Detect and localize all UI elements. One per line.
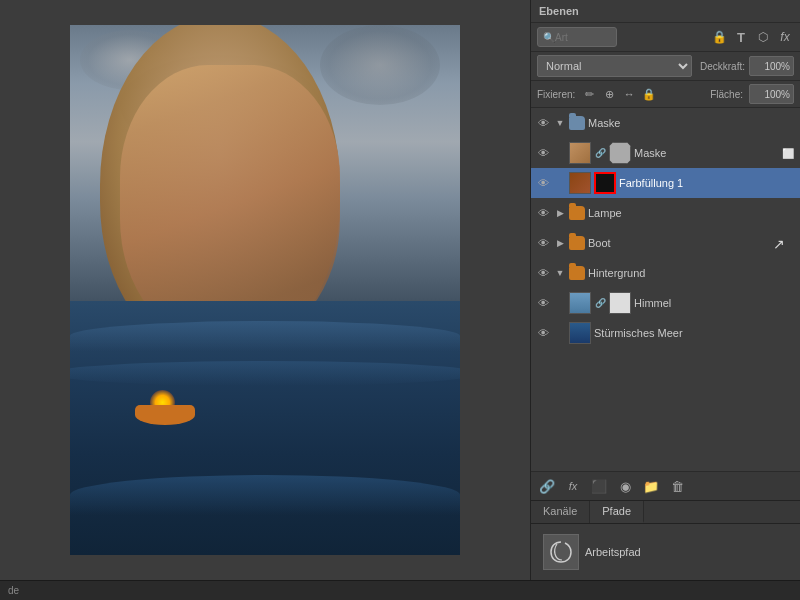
expand-maske-group[interactable]: ▼ [554,117,566,129]
folder-icon-lampe-group [569,206,585,220]
layer-thumb-himmel-white [609,292,631,314]
flache-input[interactable] [749,84,794,104]
footer-adjust-icon[interactable]: ◉ [615,476,635,496]
expand-lampe-group[interactable]: ▶ [554,207,566,219]
search-input[interactable] [555,32,595,43]
opacity-input[interactable] [749,56,794,76]
folder-icon-hintergrund-group [569,266,585,280]
layer-row-himmel[interactable]: 👁 🔗 Himmel [531,288,800,318]
layer-row-boot-group[interactable]: 👁 ▶ Boot ↗ [531,228,800,258]
main-layout: Ebenen 🔍 🔒 T ⬡ fx Normal Deckkraft: [0,0,800,580]
eye-icon-maske-layer[interactable]: 👁 [535,145,551,161]
cursor-indicator: ↗ [773,236,785,252]
layer-name-hintergrund-group: Hintergrund [588,267,796,279]
expand-hintergrund-group[interactable]: ▼ [554,267,566,279]
layer-name-boot-group: Boot [588,237,796,249]
fix-icon-2[interactable]: ⊕ [601,86,617,102]
footer-mask-icon[interactable]: ⬛ [589,476,609,496]
path-row-arbeitspfad[interactable]: Arbeitspfad [537,530,794,574]
eye-icon-himmel[interactable]: 👁 [535,295,551,311]
fix-icon-1[interactable]: ✏ [581,86,597,102]
layer-name-himmel: Himmel [634,297,796,309]
ocean-wave-2 [70,361,460,386]
blend-row: Normal Deckkraft: [531,52,800,81]
layer-name-lampe-group: Lampe [588,207,796,219]
eye-icon-farbfullung[interactable]: 👁 [535,175,551,191]
tab-kanale[interactable]: Kanäle [531,501,590,523]
eye-icon-hintergrund-group[interactable]: 👁 [535,265,551,281]
eye-icon-boot-group[interactable]: 👁 [535,235,551,251]
layer-thumb-himmel-sky [569,292,591,314]
expand-boot-group[interactable]: ▶ [554,237,566,249]
layer-row-lampe-group[interactable]: 👁 ▶ Lampe [531,198,800,228]
ocean-wave-1 [70,321,460,351]
layer-row-sturmisches-meer[interactable]: 👁 Stürmisches Meer [531,318,800,348]
ocean-wave-3 [70,475,460,515]
panel-footer: 🔗 fx ⬛ ◉ 📁 🗑 [531,471,800,500]
layer-name-farbfullung: Farbfüllung 1 [619,177,796,189]
layer-row-maske-group[interactable]: 👁 ▼ Maske [531,108,800,138]
folder-icon-boot-group [569,236,585,250]
blend-mode-select[interactable]: Normal [537,55,692,77]
bottom-bar: de [0,580,800,600]
cloud-2 [320,25,440,105]
search-icon: 🔍 [543,32,555,43]
canvas-boat [130,395,200,425]
eye-icon-lampe-group[interactable]: 👁 [535,205,551,221]
layers-list[interactable]: 👁 ▼ Maske 👁 🔗 Maske ⬜ 👁 F [531,108,800,471]
fix-icon-3[interactable]: ↔ [621,86,637,102]
boat-body [135,405,195,425]
layer-thumb-maske-face [569,142,591,164]
layer-row-maske-layer[interactable]: 👁 🔗 Maske ⬜ [531,138,800,168]
icon-fx[interactable]: fx [776,28,794,46]
canvas-image [70,25,460,555]
icon-shape[interactable]: ⬡ [754,28,772,46]
layer-row-farbfullung[interactable]: 👁 Farbfüllung 1 [531,168,800,198]
bottom-bar-text: de [8,585,19,596]
fix-label: Fixieren: [537,89,575,100]
layer-name-sturmisches-meer: Stürmisches Meer [594,327,796,339]
chain-himmel: 🔗 [594,297,606,309]
layer-thumb-farbfullung-brown [569,172,591,194]
chain-maske: 🔗 [594,147,606,159]
tab-pfade[interactable]: Pfade [590,501,644,523]
toolbar-icons: 🔒 T ⬡ fx [710,28,794,46]
search-box[interactable]: 🔍 [537,27,617,47]
fix-icons: ✏ ⊕ ↔ 🔒 [581,86,657,102]
path-name-arbeitspfad: Arbeitspfad [585,546,788,558]
footer-delete-icon[interactable]: 🗑 [667,476,687,496]
layer-thumb-maske-mask [609,142,631,164]
canvas-ocean [70,301,460,555]
layer-thumb-sturmisches-meer [569,322,591,344]
layers-toolbar: 🔍 🔒 T ⬡ fx [531,23,800,52]
canvas-area [0,0,530,580]
footer-fx-icon[interactable]: fx [563,476,583,496]
opacity-label: Deckkraft: [700,61,745,72]
tabs-row: Kanäle Pfade [531,500,800,524]
footer-link-icon[interactable]: 🔗 [537,476,557,496]
panel-header: Ebenen [531,0,800,23]
layer-name-maske-layer: Maske [634,147,777,159]
eye-icon-sturmisches-meer[interactable]: 👁 [535,325,551,341]
footer-group-icon[interactable]: 📁 [641,476,661,496]
path-thumb-arbeitspfad [543,534,579,570]
icon-t[interactable]: T [732,28,750,46]
panel-title: Ebenen [539,5,579,17]
layer-row-hintergrund-group[interactable]: 👁 ▼ Hintergrund [531,258,800,288]
layer-end-maske: ⬜ [780,145,796,161]
fix-icon-4[interactable]: 🔒 [641,86,657,102]
layer-thumb-farbfullung-black [594,172,616,194]
fix-row: Fixieren: ✏ ⊕ ↔ 🔒 Fläche: [531,81,800,108]
right-panel: Ebenen 🔍 🔒 T ⬡ fx Normal Deckkraft: [530,0,800,580]
flache-label: Fläche: [710,89,743,100]
eye-icon-maske-group[interactable]: 👁 [535,115,551,131]
folder-icon-maske-group [569,116,585,130]
icon-lock[interactable]: 🔒 [710,28,728,46]
paths-panel: Arbeitspfad [531,524,800,580]
path-shape-icon [547,538,575,566]
layer-name-maske-group: Maske [588,117,796,129]
